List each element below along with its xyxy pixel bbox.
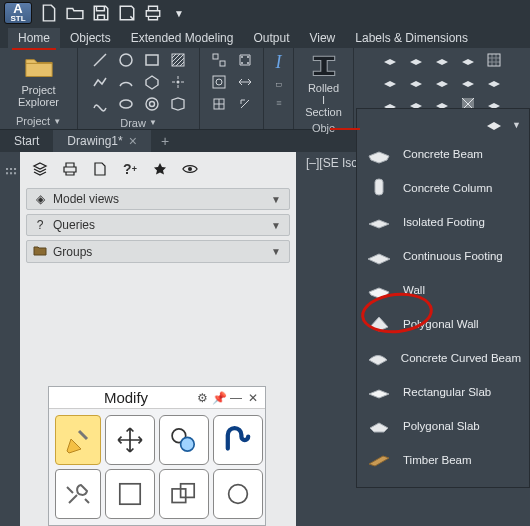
section-queries[interactable]: ? Queries ▼ [26, 214, 290, 236]
layers-icon[interactable] [30, 160, 50, 178]
menu-labels-dimensions[interactable]: Labels & Dimensions [345, 28, 478, 48]
tool-icon[interactable] [208, 72, 230, 92]
obj-icon[interactable] [486, 117, 502, 134]
hatch-icon[interactable] [167, 50, 189, 70]
visibility-icon[interactable] [180, 160, 200, 178]
obj-icon[interactable] [379, 50, 401, 70]
menu-home[interactable]: Home [8, 28, 60, 48]
polygon-icon[interactable] [141, 72, 163, 92]
svg-rect-16 [276, 84, 281, 87]
panel-title-project: Project [16, 115, 50, 127]
chevron-down-icon[interactable]: ▼ [170, 4, 188, 22]
svg-point-14 [241, 62, 243, 64]
object-item-polygonal-slab[interactable]: Polygonal Slab [357, 409, 529, 443]
queries-icon: ? [33, 218, 47, 232]
obj-icon[interactable] [483, 50, 505, 70]
obj-icon[interactable] [483, 72, 505, 92]
tool-icon[interactable] [208, 94, 230, 114]
region-icon[interactable] [167, 94, 189, 114]
svg-point-4 [149, 102, 154, 107]
obj-icon[interactable] [431, 72, 453, 92]
rolled-isection-button[interactable]: Rolled I Section [298, 50, 349, 120]
gear-icon[interactable]: ⚙ [194, 390, 210, 406]
obj-icon[interactable] [457, 72, 479, 92]
menu-extended-modeling[interactable]: Extended Modeling [121, 28, 244, 48]
help-icon[interactable]: ?+ [120, 160, 140, 178]
modify-move-button[interactable] [105, 415, 155, 465]
close-icon[interactable]: × [129, 133, 137, 149]
svg-point-25 [229, 485, 248, 504]
modify-tool-button[interactable] [105, 469, 155, 519]
arc-icon[interactable] [115, 72, 137, 92]
app-logo[interactable]: ASTL [4, 2, 32, 24]
save-icon[interactable] [92, 4, 110, 22]
object-item-timber-beam[interactable]: Timber Beam [357, 443, 529, 477]
object-label: Concrete Beam [403, 148, 483, 160]
saveas-icon[interactable] [118, 4, 136, 22]
isection-icon [309, 52, 339, 80]
tool-icon[interactable] [234, 72, 256, 92]
donut-icon[interactable] [141, 94, 163, 114]
print-icon[interactable] [144, 4, 162, 22]
modify-copy-button[interactable] [159, 415, 209, 465]
page-icon[interactable] [90, 160, 110, 178]
object-item-isolated-footing[interactable]: Isolated Footing [357, 205, 529, 239]
svg-rect-7 [213, 54, 218, 59]
modify-edit-button[interactable] [55, 415, 101, 465]
modify-tool-button[interactable] [213, 469, 263, 519]
favorite-icon[interactable] [150, 160, 170, 178]
obj-icon[interactable] [405, 72, 427, 92]
object-icon [365, 175, 393, 201]
object-item-rectangular-slab[interactable]: Rectangular Slab [357, 375, 529, 409]
obj-icon[interactable] [431, 50, 453, 70]
panel-grip-icon[interactable]: ⠿ [0, 152, 20, 526]
draw-tools [89, 50, 189, 114]
object-item-concrete-curved-beam[interactable]: Concrete Curved Beam [357, 341, 529, 375]
obj-icon[interactable] [457, 50, 479, 70]
svg-rect-22 [120, 484, 140, 504]
point-icon[interactable] [167, 72, 189, 92]
section-groups[interactable]: Groups ▼ [26, 240, 290, 263]
chevron-down-icon[interactable]: ▼ [512, 120, 521, 130]
menu-output[interactable]: Output [243, 28, 299, 48]
modify-title: Modify [59, 389, 193, 406]
modify-tools-button[interactable] [55, 469, 101, 519]
new-icon[interactable] [40, 4, 58, 22]
tool-icon[interactable] [276, 95, 282, 109]
object-label: Polygonal Slab [403, 420, 480, 432]
menu-view[interactable]: View [299, 28, 345, 48]
line-icon[interactable] [89, 50, 111, 70]
tool-icon[interactable] [208, 50, 230, 70]
chevron-down-icon[interactable]: ▼ [53, 117, 61, 126]
open-icon[interactable] [66, 4, 84, 22]
print-icon[interactable] [60, 160, 80, 178]
chevron-down-icon[interactable]: ▼ [149, 118, 157, 127]
new-tab-button[interactable]: + [151, 130, 179, 152]
minimize-icon[interactable]: — [228, 390, 244, 406]
circle-icon[interactable] [115, 50, 137, 70]
obj-icon[interactable] [379, 72, 401, 92]
spline-icon[interactable] [89, 94, 111, 114]
object-item-concrete-column[interactable]: Concrete Column [357, 171, 529, 205]
object-item-wall[interactable]: Wall [357, 273, 529, 307]
project-explorer-button[interactable]: Project Explorer [12, 52, 65, 110]
polyline-icon[interactable] [89, 72, 111, 92]
tool-icon[interactable] [234, 94, 256, 114]
ellipse-icon[interactable] [115, 94, 137, 114]
tab-start[interactable]: Start [0, 131, 53, 151]
rectangle-icon[interactable] [141, 50, 163, 70]
object-item-polygonal-wall[interactable]: Polygonal Wall [357, 307, 529, 341]
tab-drawing1[interactable]: Drawing1*× [53, 130, 151, 152]
obj-icon[interactable] [405, 50, 427, 70]
pin-icon[interactable]: 📌 [211, 390, 227, 406]
tool-icon[interactable] [276, 77, 282, 91]
menu-objects[interactable]: Objects [60, 28, 121, 48]
text-icon[interactable]: I [276, 52, 282, 73]
object-item-concrete-beam[interactable]: Concrete Beam [357, 137, 529, 171]
tool-icon[interactable] [234, 50, 256, 70]
section-model-views[interactable]: ◈ Model views ▼ [26, 188, 290, 210]
modify-tool-button[interactable] [159, 469, 209, 519]
modify-offset-button[interactable] [213, 415, 263, 465]
object-item-continuous-footing[interactable]: Continuous Footing [357, 239, 529, 273]
close-icon[interactable]: ✕ [245, 390, 261, 406]
